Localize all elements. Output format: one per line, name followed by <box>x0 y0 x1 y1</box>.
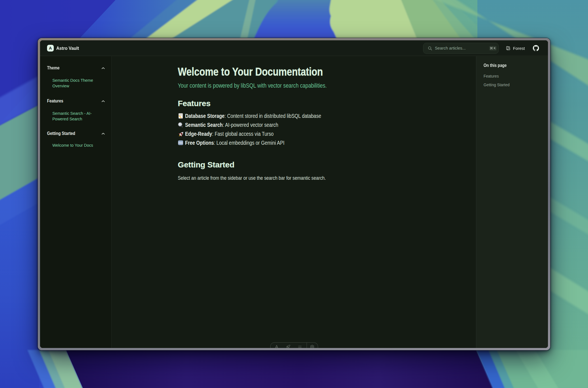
svg-text:FREE: FREE <box>178 142 183 144</box>
